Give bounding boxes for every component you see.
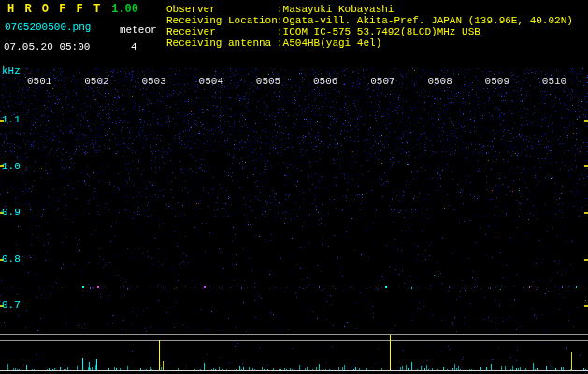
info-label: Receiving Location (166, 15, 277, 26)
spectrogram-canvas (0, 0, 588, 374)
mode-label: meteor (120, 24, 157, 36)
echo-count: 4 (131, 41, 137, 52)
x-tick-label-0506: 0506 (313, 76, 337, 87)
info-row-0: Observer: Masayuki Kobayashi (166, 4, 573, 15)
info-label: Receiver (166, 26, 277, 37)
app-title-text: H R O F F T (7, 3, 102, 16)
x-tick-label-0501: 0501 (27, 76, 51, 87)
info-value: A504HB(yagi 4el) (283, 37, 382, 49)
x-tick-label-0510: 0510 (542, 76, 566, 87)
info-label: Receiving antenna (166, 37, 277, 49)
hrofft-output: H R O F F T1.00 0705200500.png meteor 07… (0, 0, 588, 374)
info-label: Observer (166, 4, 277, 15)
info-value: Masayuki Kobayashi (283, 4, 394, 15)
info-value: Ogata-vill. Akita-Pref. JAPAN (139.96E, … (283, 15, 573, 26)
x-tick-label-0509: 0509 (485, 76, 509, 87)
info-colon: : (277, 26, 283, 37)
info-row-1: Receiving Location: Ogata-vill. Akita-Pr… (166, 15, 573, 26)
info-colon: : (277, 15, 283, 26)
x-tick-label-0507: 0507 (370, 76, 394, 87)
station-info: Observer: Masayuki KobayashiReceiving Lo… (166, 4, 573, 49)
observation-datetime: 07.05.20 05:00 (4, 41, 90, 52)
output-filename: 0705200500.png (5, 22, 91, 33)
app-version: 1.00 (111, 3, 138, 16)
y-tick-label-1.0: 1.0 (2, 161, 21, 172)
y-tick-label-0.7: 0.7 (2, 299, 21, 310)
x-tick-label-0504: 0504 (199, 76, 223, 87)
info-row-2: Receiver: ICOM IC-575 53.7492(8LCD)MHz U… (166, 26, 573, 37)
y-tick-label-0.8: 0.8 (2, 253, 21, 265)
y-tick-label-0.9: 0.9 (2, 207, 21, 218)
info-colon: : (277, 37, 283, 49)
info-row-3: Receiving antenna: A504HB(yagi 4el) (166, 37, 573, 49)
info-colon: : (277, 4, 283, 15)
app-title: H R O F F T1.00 (7, 3, 138, 16)
x-tick-label-0508: 0508 (427, 76, 452, 87)
info-value: ICOM IC-575 53.7492(8LCD)MHz USB (283, 26, 480, 37)
x-tick-label-0503: 0503 (141, 76, 165, 87)
y-axis-unit-label: kHz (2, 65, 21, 77)
y-tick-label-1.1: 1.1 (2, 114, 21, 125)
x-tick-label-0505: 0505 (256, 76, 280, 87)
x-tick-label-0502: 0502 (84, 76, 108, 87)
